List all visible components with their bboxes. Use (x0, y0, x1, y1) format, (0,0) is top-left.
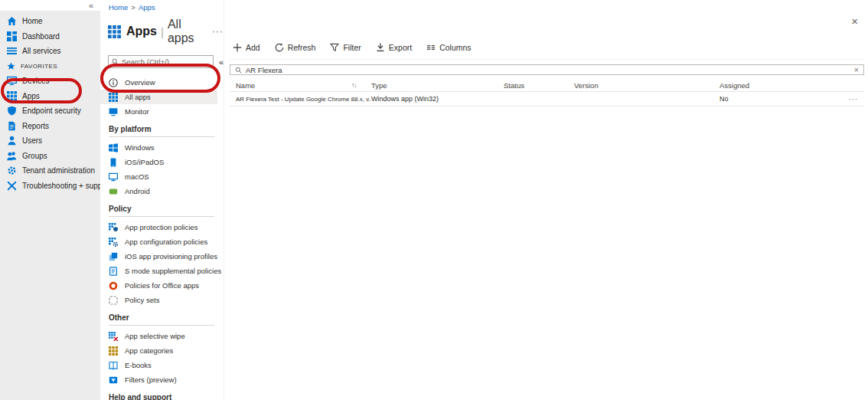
command-label: Add (246, 43, 260, 52)
all-services-icon (7, 46, 17, 56)
troubleshoot-icon (7, 181, 17, 191)
filter-button[interactable]: Filter (330, 43, 361, 52)
sidebar-item-home[interactable]: Home (0, 14, 100, 29)
app-filter-input[interactable] (246, 66, 850, 74)
breadcrumb: Home > Apps (100, 0, 224, 11)
columns-button[interactable]: Columns (426, 43, 471, 52)
sidebar-collapse-icon[interactable]: « (89, 2, 93, 10)
table-header: Name ↑↓ Type Status Version Assigned (230, 79, 864, 92)
plus-icon (233, 43, 242, 52)
refresh-icon (275, 43, 284, 52)
menu-item-macos[interactable]: macOS (100, 169, 224, 184)
menu-item-policy-sets[interactable]: Policy sets (100, 293, 224, 307)
filter-rect-icon (109, 375, 118, 385)
blade-menu-pane: Home > Apps Apps | All apps ··· « Overvi… (100, 0, 224, 400)
menu-item-windows[interactable]: Windows (100, 140, 224, 155)
column-header-version[interactable]: Version (574, 81, 720, 90)
export-icon (376, 43, 385, 52)
clear-filter-icon[interactable]: × (854, 66, 859, 74)
column-label: Name (236, 81, 255, 90)
sidebar-item-dashboard[interactable]: Dashboard (0, 29, 100, 44)
menu-item-label: Policies for Office apps (125, 281, 199, 290)
menu-group-heading-other: Other (109, 313, 224, 325)
menu-item-app-protection-policies[interactable]: App protection policies (100, 220, 224, 234)
command-label: Export (389, 43, 412, 52)
column-header-name[interactable]: Name ↑↓ (230, 81, 371, 90)
monitor-icon (109, 107, 118, 116)
app-name-cell[interactable]: AR Flexera Test - Update Google Chrome 8… (230, 96, 371, 103)
refresh-button[interactable]: Refresh (275, 43, 316, 52)
divider (109, 325, 214, 326)
apps-table: Name ↑↓ Type Status Version Assigned AR … (230, 79, 864, 107)
menu-item-app-categories[interactable]: App categories (100, 343, 224, 358)
categories-grid-icon (109, 346, 118, 356)
sidebar-item-groups[interactable]: Groups (0, 149, 100, 164)
title-more-button[interactable]: ··· (212, 26, 224, 37)
sidebar-item-users[interactable]: Users (0, 133, 100, 149)
sidebar-item-tenant-administration[interactable]: Tenant administration (0, 163, 100, 179)
menu-item-label: macOS (125, 172, 149, 181)
column-header-status[interactable]: Status (504, 81, 574, 90)
windows-icon (109, 143, 118, 152)
table-row[interactable]: AR Flexera Test - Update Google Chrome 8… (230, 92, 864, 107)
menu-search-box (108, 55, 214, 68)
sidebar-section-label: FAVORITES (21, 63, 57, 70)
menu-item-monitor[interactable]: Monitor (100, 104, 224, 119)
menu-item-android[interactable]: Android (100, 184, 224, 198)
menu-group-heading-help-and-support: Help and support (109, 393, 224, 400)
apps-grid-icon (108, 25, 121, 38)
sort-icons[interactable]: ↑↓ (351, 82, 356, 89)
breadcrumb-apps-link[interactable]: Apps (139, 3, 155, 11)
menu-item-label: All apps (125, 93, 151, 101)
filter-funnel-icon (330, 43, 339, 52)
close-blade-icon[interactable]: × (851, 15, 858, 28)
search-icon (112, 58, 119, 65)
app-assigned-cell: No (720, 95, 834, 103)
sidebar-item-endpoint-security[interactable]: Endpoint security (0, 103, 100, 119)
menu-item-policies-for-office-apps[interactable]: Policies for Office apps (100, 278, 224, 293)
menu-item-label: iOS/iPadOS (125, 158, 164, 166)
sidebar-item-label: All services (22, 47, 61, 55)
menu-item-label: App configuration policies (125, 238, 207, 246)
menu-item-overview[interactable]: Overview (100, 75, 224, 90)
column-header-assigned[interactable]: Assigned (720, 81, 834, 90)
sidebar-item-label: Troubleshooting + support (22, 182, 111, 190)
menu-item-e-books[interactable]: E-books (100, 358, 224, 372)
sidebar-item-label: Endpoint security (22, 107, 81, 115)
row-context-menu-icon[interactable]: ··· (834, 95, 864, 103)
star-icon (7, 62, 15, 70)
sidebar: « Home Dashboard All services FAVORITES … (0, 0, 100, 400)
sidebar-item-reports[interactable]: Reports (0, 119, 100, 134)
menu-item-ios-app-provisioning-profiles[interactable]: iOS app provisioning profiles (100, 249, 224, 264)
sidebar-item-devices[interactable]: Devices (0, 74, 100, 89)
column-header-type[interactable]: Type (371, 81, 504, 90)
gear-icon (7, 166, 17, 175)
app-type-cell: Windows app (Win32) (371, 95, 504, 103)
tablet-icon (109, 158, 118, 167)
sidebar-item-label: Users (22, 136, 42, 145)
menu-item-label: Policy sets (125, 296, 159, 304)
search-icon (235, 67, 242, 74)
add-button[interactable]: Add (233, 43, 260, 52)
sidebar-item-all-services[interactable]: All services (0, 44, 100, 59)
menu-collapse-icon[interactable]: « (219, 57, 224, 67)
menu-item-label: S mode supplemental policies (125, 267, 221, 275)
menu-search-input[interactable] (122, 57, 210, 66)
menu-item-all-apps[interactable]: All apps (100, 90, 217, 104)
sidebar-item-apps[interactable]: Apps (0, 89, 100, 104)
menu-item-ios-ipados[interactable]: iOS/iPadOS (100, 155, 224, 169)
menu-item-app-configuration-policies[interactable]: App configuration policies (100, 234, 224, 249)
monitor-icon (109, 172, 118, 182)
menu-item-s-mode-supplemental-policies[interactable]: S mode supplemental policies (100, 264, 224, 278)
menu-item-app-selective-wipe[interactable]: App selective wipe (100, 329, 224, 343)
breadcrumb-home-link[interactable]: Home (109, 3, 128, 11)
book-icon (109, 361, 118, 370)
sidebar-nav: Home Dashboard All services FAVORITES De… (0, 11, 100, 193)
export-button[interactable]: Export (376, 43, 412, 52)
menu-item-filters-preview[interactable]: Filters (preview) (100, 372, 224, 387)
sidebar-item-troubleshooting-support[interactable]: Troubleshooting + support (0, 179, 100, 194)
blade-menu-list: Overview All apps Monitor By platform Wi… (100, 75, 224, 400)
menu-item-label: E-books (125, 361, 152, 369)
office-icon (109, 281, 118, 290)
page-title: Apps | All apps ··· (100, 11, 224, 45)
